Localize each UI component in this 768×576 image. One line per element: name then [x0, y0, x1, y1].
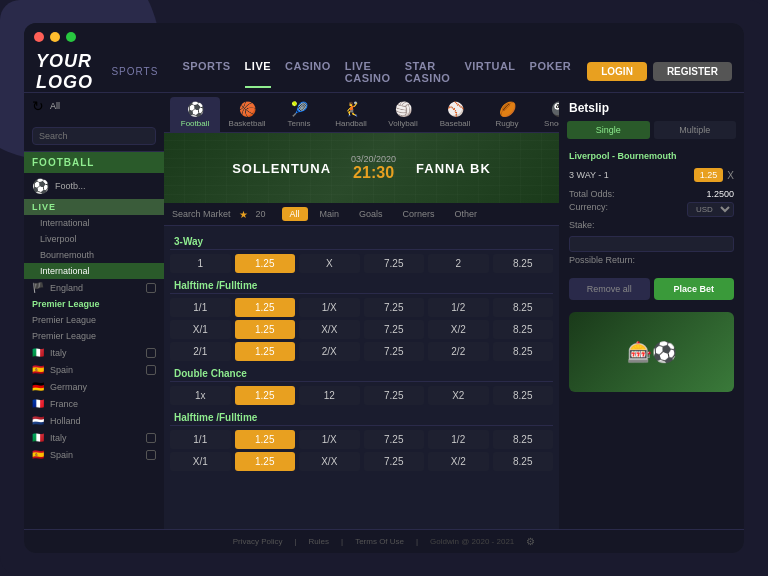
league-england[interactable]: 🏴 England [24, 279, 164, 296]
bet-cell-x[interactable]: X [299, 254, 360, 273]
sport-tab-basketball[interactable]: 🏀 Basketball [222, 97, 272, 132]
bet-2-1[interactable]: 2/1 [170, 342, 231, 361]
filter-tab-corners[interactable]: Corners [395, 207, 443, 221]
sport-tab-volleyball[interactable]: 🏐 Vollyball [378, 97, 428, 132]
betslip-tab-single[interactable]: Single [567, 121, 650, 139]
filter-tab-main[interactable]: Main [312, 207, 348, 221]
bet-8-25-f[interactable]: 8.25 [493, 452, 554, 471]
bet-cell-1-25[interactable]: 1.25 [235, 254, 296, 273]
register-button[interactable]: REGISTER [653, 62, 732, 81]
remove-all-button[interactable]: Remove all [569, 278, 650, 300]
sidebar-sub-international2[interactable]: International [24, 263, 164, 279]
bet-8-25-b[interactable]: 8.25 [493, 320, 554, 339]
bet-1x-b[interactable]: 1/X [299, 430, 360, 449]
nav-item-casino[interactable]: CASINO [285, 56, 331, 88]
bet-x2-dc[interactable]: X2 [428, 386, 489, 405]
sport-tab-football[interactable]: ⚽ Football [170, 97, 220, 132]
stake-input[interactable] [569, 236, 734, 252]
filter-tab-goals[interactable]: Goals [351, 207, 391, 221]
league-italy2[interactable]: 🇮🇹 Italy [24, 429, 164, 446]
bet-1x-dc[interactable]: 1x [170, 386, 231, 405]
currency-select[interactable]: USD EUR [687, 202, 734, 217]
footer-terms[interactable]: Terms Of Use [355, 537, 404, 546]
bet-1-1-b[interactable]: 1/1 [170, 430, 231, 449]
bet-cell-1[interactable]: 1 [170, 254, 231, 273]
filter-tab-other[interactable]: Other [447, 207, 486, 221]
league-italy[interactable]: 🇮🇹 Italy [24, 344, 164, 361]
bet-1-2-b[interactable]: 1/2 [428, 430, 489, 449]
spain2-checkbox[interactable] [146, 450, 156, 460]
nav-item-star-casino[interactable]: STAR CASINO [405, 56, 451, 88]
sport-tab-rugby[interactable]: 🏉 Rugby [482, 97, 532, 132]
bet-x2[interactable]: X/2 [428, 320, 489, 339]
sidebar-football-icon[interactable]: ⚽ Footb... [24, 173, 164, 199]
bet-7-25-c[interactable]: 7.25 [364, 342, 425, 361]
bet-8-25-d[interactable]: 8.25 [493, 386, 554, 405]
bet-7-25-b[interactable]: 7.25 [364, 320, 425, 339]
spain-checkbox[interactable] [146, 365, 156, 375]
bet-1x[interactable]: 1/X [299, 298, 360, 317]
bet-8-25-a[interactable]: 8.25 [493, 298, 554, 317]
sport-tab-tennis[interactable]: 🎾 Tennis [274, 97, 324, 132]
footer-privacy[interactable]: Privacy Policy [233, 537, 283, 546]
sidebar-sub-liverpool[interactable]: Liverpool [24, 231, 164, 247]
sidebar-all-category[interactable]: ↻ All [24, 93, 164, 119]
bet-xx-b[interactable]: X/X [299, 452, 360, 471]
bet-1-25-d[interactable]: 1.25 [235, 386, 296, 405]
italy2-checkbox[interactable] [146, 433, 156, 443]
bet-1-25-f[interactable]: 1.25 [235, 452, 296, 471]
sport-tab-snooker[interactable]: 🎱 Snooker [534, 97, 559, 132]
dot-green[interactable] [66, 32, 76, 42]
bet-8-25-e[interactable]: 8.25 [493, 430, 554, 449]
filter-tab-all[interactable]: All [282, 207, 308, 221]
dot-yellow[interactable] [50, 32, 60, 42]
place-bet-button[interactable]: Place Bet [654, 278, 735, 300]
bet-close-icon[interactable]: X [727, 170, 734, 181]
bet-7-25-e[interactable]: 7.25 [364, 430, 425, 449]
bet-x1[interactable]: X/1 [170, 320, 231, 339]
league-holland[interactable]: 🇳🇱 Holland [24, 412, 164, 429]
bet-7-25-f[interactable]: 7.25 [364, 452, 425, 471]
bet-2-2[interactable]: 2/2 [428, 342, 489, 361]
league-premier1[interactable]: Premier League [24, 312, 164, 328]
bet-1-25-c[interactable]: 1.25 [235, 342, 296, 361]
league-spain2[interactable]: 🇪🇸 Spain [24, 446, 164, 463]
bet-1-25-e[interactable]: 1.25 [235, 430, 296, 449]
bet-x2-b[interactable]: X/2 [428, 452, 489, 471]
bet-7-25-a[interactable]: 7.25 [364, 298, 425, 317]
footer-rules[interactable]: Rules [309, 537, 329, 546]
sport-tab-baseball[interactable]: ⚾ Baseball [430, 97, 480, 132]
league-premier2[interactable]: Premier League [24, 328, 164, 344]
nav-item-poker[interactable]: POKER [530, 56, 572, 88]
bet-cell-7-25[interactable]: 7.25 [364, 254, 425, 273]
bet-xx[interactable]: X/X [299, 320, 360, 339]
sport-tab-handball[interactable]: 🤾 Handball [326, 97, 376, 132]
nav-item-sports[interactable]: SPORTS [182, 56, 230, 88]
search-input[interactable] [32, 127, 156, 145]
sidebar-sub-international[interactable]: International [24, 215, 164, 231]
league-spain[interactable]: 🇪🇸 Spain [24, 361, 164, 378]
nav-item-virtual[interactable]: VIRTUAL [464, 56, 515, 88]
league-germany[interactable]: 🇩🇪 Germany [24, 378, 164, 395]
settings-icon[interactable]: ⚙ [526, 536, 535, 547]
bet-7-25-d[interactable]: 7.25 [364, 386, 425, 405]
bet-2x[interactable]: 2/X [299, 342, 360, 361]
bet-1-25-b[interactable]: 1.25 [235, 320, 296, 339]
italy-checkbox[interactable] [146, 348, 156, 358]
bet-1-25-a[interactable]: 1.25 [235, 298, 296, 317]
nav-item-live-casino[interactable]: LIVE CASINO [345, 56, 391, 88]
bet-1-1[interactable]: 1/1 [170, 298, 231, 317]
sidebar-sub-bournemouth[interactable]: Bournemouth [24, 247, 164, 263]
dot-red[interactable] [34, 32, 44, 42]
bet-cell-2[interactable]: 2 [428, 254, 489, 273]
bet-cell-8-25[interactable]: 8.25 [493, 254, 554, 273]
league-france[interactable]: 🇫🇷 France [24, 395, 164, 412]
nav-item-live[interactable]: LIVE [245, 56, 271, 88]
betslip-tab-multiple[interactable]: Multiple [654, 121, 737, 139]
bet-1-2[interactable]: 1/2 [428, 298, 489, 317]
login-button[interactable]: LOGIN [587, 62, 647, 81]
bet-x1-b[interactable]: X/1 [170, 452, 231, 471]
england-checkbox[interactable] [146, 283, 156, 293]
bet-12-dc[interactable]: 12 [299, 386, 360, 405]
bet-8-25-c[interactable]: 8.25 [493, 342, 554, 361]
